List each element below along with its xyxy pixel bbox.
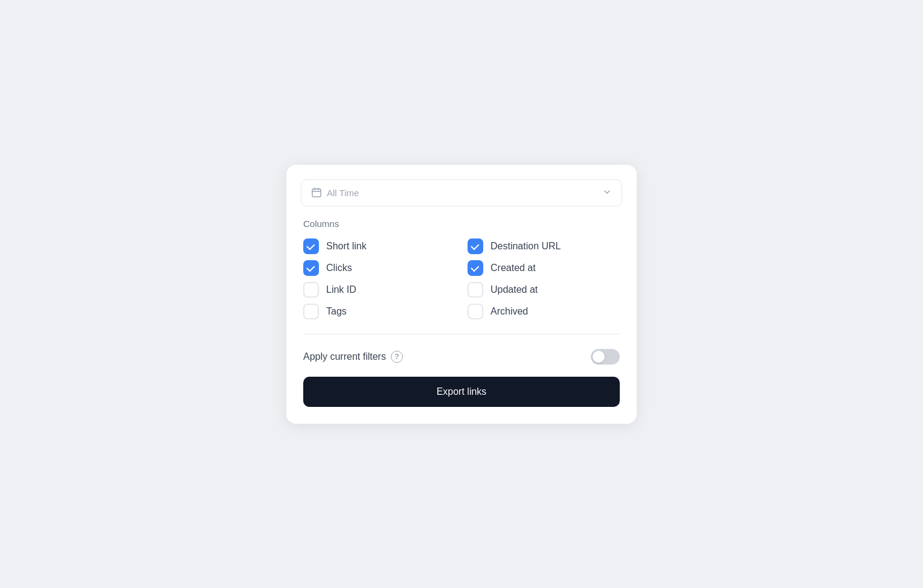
checkbox-item-short-link[interactable]: Short link xyxy=(303,238,455,254)
chevron-down-icon xyxy=(602,187,612,199)
checkbox-item-tags[interactable]: Tags xyxy=(303,304,455,319)
checkbox-destination-url[interactable] xyxy=(468,238,483,254)
checkbox-item-created-at[interactable]: Created at xyxy=(468,260,620,276)
divider xyxy=(303,334,620,334)
filters-label: Apply current filters xyxy=(303,351,386,362)
checkbox-item-destination-url[interactable]: Destination URL xyxy=(468,238,620,254)
checkbox-label-link-id: Link ID xyxy=(326,284,356,295)
calendar-icon xyxy=(311,187,322,198)
svg-rect-0 xyxy=(312,189,321,197)
checkbox-link-id[interactable] xyxy=(303,282,319,298)
checkbox-label-updated-at: Updated at xyxy=(490,284,538,295)
checkbox-label-created-at: Created at xyxy=(490,263,536,273)
checkbox-item-clicks[interactable]: Clicks xyxy=(303,260,455,276)
help-icon[interactable]: ? xyxy=(391,351,403,363)
checkbox-label-clicks: Clicks xyxy=(326,263,352,273)
filters-toggle[interactable] xyxy=(591,349,620,365)
checkbox-label-tags: Tags xyxy=(326,306,347,317)
checkbox-clicks[interactable] xyxy=(303,260,319,276)
checkbox-archived[interactable] xyxy=(468,304,483,319)
checkbox-tags[interactable] xyxy=(303,304,319,319)
export-panel: All Time Columns Short link Destination … xyxy=(286,165,637,424)
checkbox-updated-at[interactable] xyxy=(468,282,483,298)
time-selector-label: All Time xyxy=(327,188,359,198)
filters-left: Apply current filters ? xyxy=(303,351,403,363)
checkbox-label-destination-url: Destination URL xyxy=(490,241,561,252)
toggle-knob xyxy=(593,351,605,363)
checkbox-created-at[interactable] xyxy=(468,260,483,276)
time-selector[interactable]: All Time xyxy=(301,179,622,206)
columns-title: Columns xyxy=(303,219,620,229)
checkbox-item-link-id[interactable]: Link ID xyxy=(303,282,455,298)
checkbox-short-link[interactable] xyxy=(303,238,319,254)
checkbox-item-updated-at[interactable]: Updated at xyxy=(468,282,620,298)
checkbox-item-archived[interactable]: Archived xyxy=(468,304,620,319)
columns-grid: Short link Destination URL Clicks Create… xyxy=(303,238,620,319)
checkbox-label-archived: Archived xyxy=(490,306,528,317)
columns-section: Columns Short link Destination URL Click… xyxy=(286,219,637,319)
filters-row: Apply current filters ? xyxy=(286,349,637,365)
export-links-button[interactable]: Export links xyxy=(303,377,620,407)
checkbox-label-short-link: Short link xyxy=(326,241,367,252)
